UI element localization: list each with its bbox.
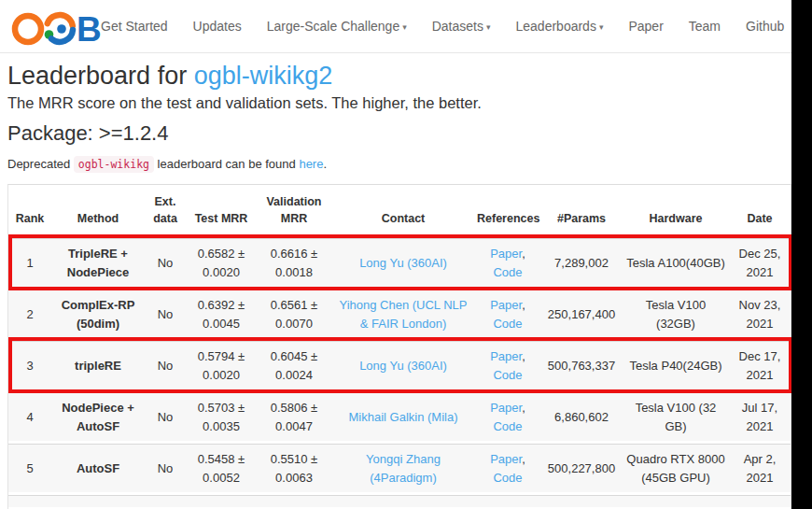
references-comma: , — [522, 401, 525, 415]
contact-cell: Long Yu (360AI) — [331, 341, 475, 389]
subtitle: The MRR score on the test and validation… — [7, 94, 812, 112]
contact-cell: Yihong Chen (UCL NLP & FAIR London) — [331, 290, 475, 338]
code-link[interactable]: Code — [493, 368, 522, 382]
hardware-cell: Quadro RTX 8000 (45GB GPU) — [623, 444, 729, 492]
ext-data-cell: No — [145, 341, 186, 389]
code-link[interactable]: Code — [493, 471, 522, 485]
ogb-logo-icon: B — [7, 6, 101, 47]
references-comma: , — [522, 247, 525, 261]
paper-link[interactable]: Paper — [490, 247, 522, 261]
date-cell: Dec 25, 2021 — [729, 238, 791, 287]
rank-cell: 3 — [8, 341, 51, 389]
test-mrr-cell: 0.6392 ± 0.0045 — [186, 290, 257, 338]
method-cell: NodePiece + AutoSF — [51, 392, 145, 441]
empty-cell — [729, 495, 791, 507]
validation-mrr-cell: 0.6561 ± 0.0070 — [257, 290, 331, 338]
params-cell: 500,227,800 — [540, 444, 623, 492]
table-row: 1TripleRE + NodePieceNo0.6582 ± 0.00200.… — [8, 238, 791, 287]
table-row: 3tripleRENo0.5794 ± 0.00200.6045 ± 0.002… — [8, 341, 791, 389]
paper-link[interactable]: Paper — [490, 401, 522, 415]
navbar: B Get StartedUpdatesLarge-Scale Challeng… — [0, 0, 812, 53]
chevron-down-icon: ▾ — [402, 22, 407, 32]
references-comma: , — [522, 298, 525, 312]
nav-item-paper[interactable]: Paper — [628, 19, 663, 34]
empty-cell — [623, 495, 729, 507]
rank-cell: 1 — [8, 238, 51, 287]
chevron-down-icon: ▾ — [486, 22, 491, 32]
column-header-date: Date — [729, 188, 791, 235]
method-cell: ComplEx-RP (50dim) — [51, 290, 145, 338]
paper-link[interactable]: Paper — [490, 298, 522, 312]
nav-item-datasets[interactable]: Datasets▾ — [432, 19, 491, 34]
contact-link[interactable]: Mikhail Galkin (Mila) — [348, 410, 457, 424]
code-link[interactable]: Code — [493, 419, 522, 433]
column-header-method: Method — [51, 188, 145, 235]
ogb-logo[interactable]: B — [7, 6, 101, 47]
nav-item-get-started[interactable]: Get Started — [101, 19, 168, 34]
rank-cell: 4 — [8, 392, 51, 441]
references-cell: Paper,Code — [475, 392, 540, 441]
test-mrr-cell: 0.5703 ± 0.0035 — [186, 392, 257, 441]
hardware-cell: Tesla A100(40GB) — [623, 238, 729, 287]
leaderboard-table: RankMethodExt. dataTest MRRValidation MR… — [8, 185, 791, 509]
nav-item-team[interactable]: Team — [689, 19, 721, 34]
hardware-cell: Tesla V100 (32GB) — [623, 290, 729, 338]
empty-cell — [51, 495, 145, 507]
column-header-rank: Rank — [8, 188, 51, 235]
nav-item-large-scale-challenge[interactable]: Large-Scale Challenge▾ — [267, 19, 407, 34]
contact-link[interactable]: Long Yu (360AI) — [359, 256, 447, 270]
contact-link[interactable]: Yihong Chen (UCL NLP & FAIR London) — [339, 298, 467, 331]
right-black-bar — [791, 0, 812, 509]
references-comma: , — [522, 452, 525, 466]
empty-cell — [540, 495, 623, 507]
rank-cell: 5 — [8, 444, 51, 492]
date-cell: Jul 17, 2021 — [729, 392, 791, 441]
table-row: 4NodePiece + AutoSFNo0.5703 ± 0.00350.58… — [8, 392, 791, 441]
contact-cell: Long Yu (360AI) — [331, 238, 475, 287]
table-row-partial — [8, 495, 791, 507]
deprecated-text-before: Deprecated — [7, 157, 74, 171]
validation-mrr-cell: 0.5806 ± 0.0047 — [257, 392, 331, 441]
hardware-cell: Tesla V100 (32 GB) — [623, 392, 729, 441]
paper-link[interactable]: Paper — [490, 452, 522, 466]
empty-cell — [145, 495, 186, 507]
empty-cell — [8, 495, 51, 507]
page-title: Leaderboard for ogbl-wikikg2 — [7, 62, 812, 91]
deprecated-text-after: . — [323, 157, 327, 171]
nav-item-leaderboards[interactable]: Leaderboards▾ — [516, 19, 604, 34]
validation-mrr-cell: 0.6616 ± 0.0018 — [257, 238, 331, 287]
rank-cell: 2 — [8, 290, 51, 338]
date-cell: Dec 17, 2021 — [729, 341, 791, 389]
column-header-validation-mrr: Validation MRR — [257, 188, 331, 235]
table-row: 2ComplEx-RP (50dim)No0.6392 ± 0.00450.65… — [8, 290, 791, 338]
empty-cell — [186, 495, 257, 507]
references-cell: Paper,Code — [475, 444, 540, 492]
nav-item-updates[interactable]: Updates — [193, 19, 242, 34]
code-link[interactable]: Code — [493, 265, 522, 279]
method-cell: AutoSF — [51, 444, 145, 492]
ext-data-cell: No — [145, 444, 186, 492]
here-link[interactable]: here — [299, 157, 323, 171]
method-cell: tripleRE — [51, 341, 145, 389]
deprecated-dataset-code: ogbl-wikikg — [74, 156, 154, 173]
page-title-text: Leaderboard for — [7, 62, 194, 90]
dataset-link[interactable]: ogbl-wikikg2 — [194, 62, 333, 90]
code-link[interactable]: Code — [493, 317, 522, 331]
empty-cell — [257, 495, 331, 507]
column-header-contact: Contact — [331, 188, 475, 235]
params-cell: 7,289,002 — [540, 238, 623, 287]
leaderboard-table-wrap: RankMethodExt. dataTest MRRValidation MR… — [7, 184, 791, 509]
main-nav: Get StartedUpdatesLarge-Scale Challenge▾… — [101, 19, 784, 34]
validation-mrr-cell: 0.5510 ± 0.0063 — [257, 444, 331, 492]
contact-link[interactable]: Long Yu (360AI) — [359, 359, 447, 373]
ext-data-cell: No — [145, 238, 186, 287]
validation-mrr-cell: 0.6045 ± 0.0024 — [257, 341, 331, 389]
nav-item-github[interactable]: Github — [746, 19, 784, 34]
contact-cell: Mikhail Galkin (Mila) — [331, 392, 475, 441]
main-content: Leaderboard for ogbl-wikikg2 The MRR sco… — [0, 62, 812, 509]
contact-link[interactable]: Yongqi Zhang (4Paradigm) — [366, 452, 441, 485]
paper-link[interactable]: Paper — [490, 349, 522, 363]
references-cell: Paper,Code — [475, 341, 540, 389]
table-header-row: RankMethodExt. dataTest MRRValidation MR… — [8, 188, 791, 235]
references-cell: Paper,Code — [475, 238, 540, 287]
